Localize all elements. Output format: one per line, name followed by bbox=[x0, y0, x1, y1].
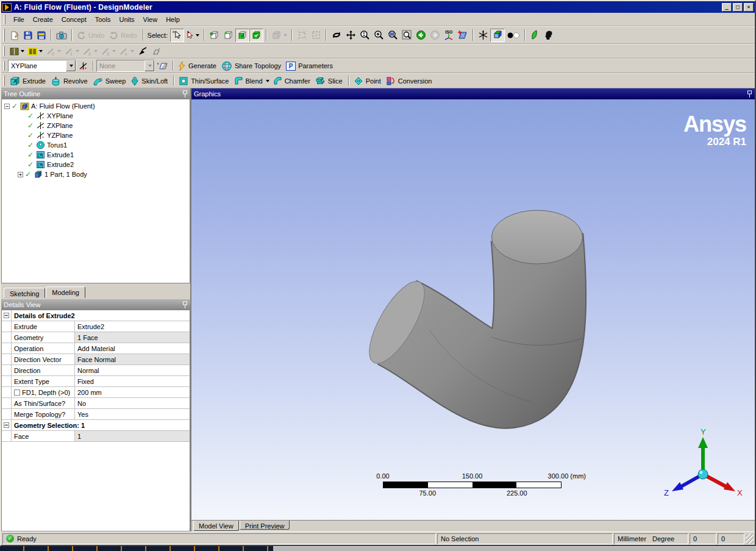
parameters-button[interactable]: PParameters bbox=[284, 60, 336, 72]
pan-button[interactable] bbox=[344, 29, 358, 42]
zoom-in-button[interactable] bbox=[372, 29, 386, 42]
extrude-button[interactable]: Extrude bbox=[8, 75, 49, 87]
menu-view[interactable]: View bbox=[139, 14, 162, 25]
snap-pin-button[interactable] bbox=[136, 45, 149, 57]
point-button[interactable]: Point bbox=[352, 75, 384, 87]
save-button[interactable] bbox=[21, 29, 35, 42]
tree-item-extrude2[interactable]: ✓ Extrude2 bbox=[4, 160, 190, 169]
filter-edge-button[interactable] bbox=[221, 29, 235, 42]
plane-display-button[interactable] bbox=[8, 45, 26, 57]
sketch-combobox[interactable]: None bbox=[96, 60, 155, 72]
tree-item-part-body[interactable]: + ✓ 1 Part, 1 Body bbox=[4, 169, 190, 179]
tab-modeling[interactable]: Modeling bbox=[46, 286, 85, 298]
tab-sketching[interactable]: Sketching bbox=[4, 288, 45, 298]
tree-item-zxplane[interactable]: ✓ ZXPlane bbox=[4, 121, 190, 130]
tree-item-yzplane[interactable]: ✓ YZPlane bbox=[4, 130, 190, 140]
share-topology-button[interactable]: Share Topology bbox=[219, 60, 284, 72]
section-plane-button[interactable] bbox=[528, 29, 541, 42]
generate-button[interactable]: Generate bbox=[176, 60, 219, 72]
filter-vertex-button[interactable] bbox=[207, 29, 221, 42]
sketch-combobox-dropdown[interactable] bbox=[144, 60, 154, 71]
isometric-view-button[interactable]: ISO bbox=[442, 29, 455, 42]
new-plane-button[interactable] bbox=[76, 60, 90, 72]
redo-button[interactable]: Redo bbox=[107, 29, 140, 42]
tree-item-xyplane[interactable]: ✓ XYPlane bbox=[4, 111, 190, 121]
menu-create[interactable]: Create bbox=[29, 14, 57, 25]
save-as-button[interactable] bbox=[35, 29, 48, 42]
collapse-icon[interactable]: − bbox=[4, 104, 10, 109]
adjacent-select-button[interactable] bbox=[269, 29, 289, 42]
row-value[interactable]: Face Normal bbox=[75, 354, 190, 364]
skinloft-button[interactable]: Skin/Loft bbox=[129, 75, 171, 87]
new-sketch-plane-button[interactable] bbox=[155, 60, 170, 72]
details-group-header[interactable]: − Geometry Selection: 1 bbox=[2, 420, 190, 431]
thin-surface-button[interactable]: Thin/Surface bbox=[177, 75, 232, 87]
plane-combobox[interactable]: XYPlane bbox=[8, 60, 76, 72]
tab-model-view[interactable]: Model View bbox=[193, 521, 239, 531]
toolbar-grip[interactable] bbox=[3, 76, 5, 86]
row-value[interactable]: Add Material bbox=[75, 343, 190, 354]
graphics-viewport[interactable]: Ansys 2024 R1 0.00 150.00 300.00 (mm) 75… bbox=[191, 99, 755, 520]
shading-mode-button[interactable] bbox=[505, 29, 522, 42]
tab-print-preview[interactable]: Print Preview bbox=[240, 521, 290, 530]
box-zoom-button[interactable] bbox=[386, 29, 400, 42]
orientation-triad[interactable]: Y X Z bbox=[663, 428, 743, 503]
zoom-to-fit-button[interactable] bbox=[400, 29, 414, 42]
plane-combobox-dropdown[interactable] bbox=[66, 60, 76, 71]
rotate-button[interactable] bbox=[329, 29, 344, 42]
minimize-button[interactable]: _ bbox=[722, 3, 732, 12]
zoom-button[interactable] bbox=[358, 29, 372, 42]
conversion-button[interactable]: Conversion bbox=[384, 75, 435, 87]
expand-icon[interactable]: + bbox=[18, 172, 23, 177]
collapse-icon[interactable]: − bbox=[4, 422, 9, 428]
menu-units[interactable]: Units bbox=[115, 14, 138, 25]
viewport-button[interactable] bbox=[541, 29, 555, 42]
menu-help[interactable]: Help bbox=[162, 14, 184, 25]
menu-tools[interactable]: Tools bbox=[91, 14, 115, 25]
grid-snap-button[interactable] bbox=[149, 45, 163, 57]
maximize-button[interactable]: □ bbox=[733, 3, 743, 12]
toolbar-grip[interactable] bbox=[3, 46, 5, 57]
resize-grip[interactable] bbox=[746, 534, 754, 544]
row-value[interactable]: 1 bbox=[75, 431, 190, 441]
close-button[interactable]: ✕ bbox=[744, 3, 754, 12]
look-at-face-button[interactable] bbox=[455, 29, 470, 42]
tree-item-torus1[interactable]: ✓ Torus1 bbox=[4, 140, 190, 150]
pin-icon[interactable] bbox=[747, 90, 752, 98]
constraint-2-button[interactable]: 2 bbox=[81, 45, 99, 57]
menu-concept[interactable]: Concept bbox=[57, 14, 91, 25]
row-value[interactable]: Fixed bbox=[75, 376, 190, 386]
collapse-icon[interactable]: − bbox=[4, 313, 9, 318]
constraint-3-button[interactable]: 3 bbox=[99, 45, 118, 57]
toolbar-grip[interactable] bbox=[3, 29, 5, 41]
parameter-checkbox[interactable] bbox=[14, 389, 20, 396]
display-model-button[interactable] bbox=[490, 29, 505, 42]
next-view-button[interactable] bbox=[428, 29, 442, 42]
select-mode-button[interactable]: ✳ bbox=[170, 29, 184, 42]
undo-button[interactable]: Undo bbox=[75, 29, 107, 42]
revolve-button[interactable]: Revolve bbox=[49, 75, 91, 87]
constraint-1-button[interactable]: 1 bbox=[63, 45, 81, 57]
sweep-button[interactable]: Sweep bbox=[91, 75, 129, 87]
row-value[interactable]: No bbox=[75, 398, 190, 408]
row-value[interactable]: Yes bbox=[75, 409, 190, 419]
pin-icon[interactable] bbox=[182, 90, 188, 98]
row-value[interactable]: Extrude2 bbox=[75, 321, 190, 332]
constraint-x-button[interactable]: x bbox=[118, 45, 136, 57]
constraint-0-button[interactable]: 0 bbox=[45, 45, 63, 57]
menu-file[interactable]: File bbox=[9, 14, 29, 25]
extend-selection-button[interactable] bbox=[295, 29, 309, 42]
plane-display-active-button[interactable] bbox=[26, 45, 45, 57]
row-value[interactable]: 200 mm bbox=[75, 387, 190, 397]
row-value[interactable]: 1 Face bbox=[75, 332, 190, 343]
new-sketch-button[interactable] bbox=[8, 29, 21, 42]
details-group-header[interactable]: − Details of Extrude2 bbox=[2, 310, 190, 321]
filter-face-button[interactable] bbox=[235, 29, 249, 42]
slice-button[interactable]: Slice bbox=[313, 75, 346, 87]
blend-button[interactable]: Blend bbox=[232, 75, 271, 87]
previous-view-button[interactable] bbox=[414, 29, 428, 42]
screenshot-button[interactable] bbox=[54, 29, 69, 42]
row-value[interactable]: Normal bbox=[75, 365, 190, 375]
select-dropdown-button[interactable] bbox=[184, 29, 201, 42]
tree-item-root[interactable]: − ✓ A: Fluid Flow (Fluent) bbox=[4, 101, 190, 111]
